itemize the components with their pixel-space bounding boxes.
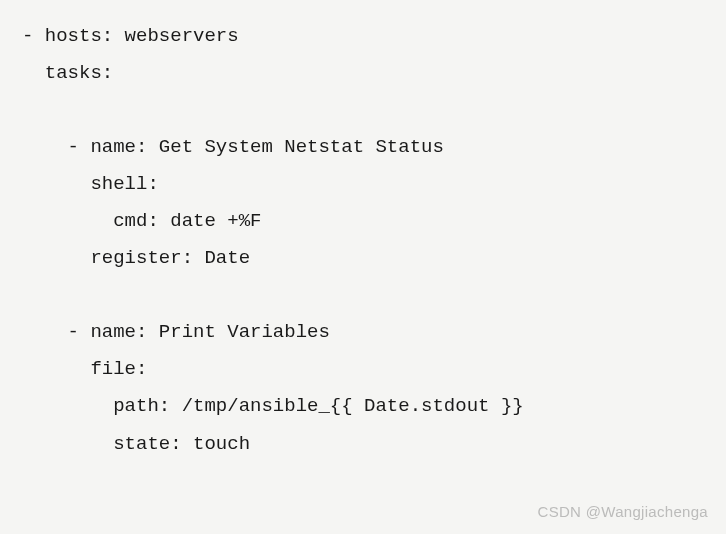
code-line: - name: Get System Netstat Status: [22, 136, 444, 158]
code-line: tasks:: [22, 62, 113, 84]
code-line: state: touch: [22, 433, 250, 455]
code-block: - hosts: webservers tasks: - name: Get S…: [22, 18, 704, 463]
code-line: cmd: date +%F: [22, 210, 261, 232]
code-line: - hosts: webservers: [22, 25, 239, 47]
code-line: - name: Print Variables: [22, 321, 330, 343]
code-line: file:: [22, 358, 147, 380]
code-line: register: Date: [22, 247, 250, 269]
code-line: shell:: [22, 173, 159, 195]
watermark-text: CSDN @Wangjiachenga: [538, 497, 708, 526]
code-line: path: /tmp/ansible_{{ Date.stdout }}: [22, 395, 524, 417]
